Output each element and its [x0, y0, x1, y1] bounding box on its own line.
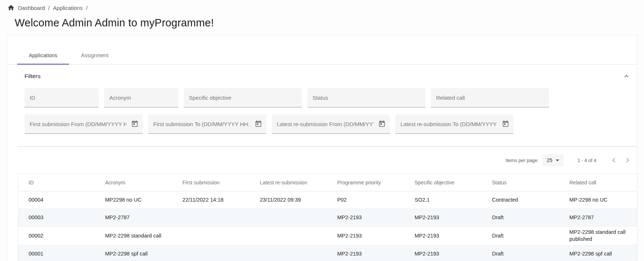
- calendar-icon[interactable]: [255, 120, 262, 128]
- cell-acronym: MP2298 no UC: [96, 191, 173, 209]
- column-header-specific-objective: Specific objective: [405, 174, 483, 191]
- cell-acronym: MP2-2298 standard call: [96, 227, 173, 245]
- page-header: Dashboard / Applications / Welcome Admin…: [0, 0, 644, 29]
- filter-placeholder: First submission From (DD/MM/YYYY H...: [30, 121, 127, 127]
- column-header-latest-re-submission: Latest re-submission: [250, 174, 328, 191]
- filter-input-first-submission-from[interactable]: First submission From (DD/MM/YYYY H...: [25, 114, 143, 134]
- cell-related-call: MP2-2298 spf call: [560, 245, 637, 261]
- column-header-status: Status: [483, 174, 560, 191]
- column-header-acronym: Acronym: [96, 174, 173, 191]
- calendar-icon[interactable]: [131, 120, 139, 128]
- tab-bar: Applications Assignment: [7, 35, 637, 65]
- content-card: Applications Assignment Filters IDAcrony…: [7, 35, 637, 261]
- table-row-00001[interactable]: 00001MP2-2298 spf callMP2-2193MP2-2193Dr…: [18, 245, 637, 261]
- cell-latest-re-submission: [250, 209, 328, 227]
- cell-id: 00001: [18, 245, 96, 261]
- cell-programme-priority: MP2-2193: [328, 209, 405, 227]
- cell-latest-re-submission: [250, 227, 328, 245]
- column-header-programme-priority: Programme priority: [328, 174, 405, 191]
- next-page-button[interactable]: [623, 156, 632, 165]
- cell-status: Contracted: [483, 191, 560, 209]
- slash-separator: /: [48, 5, 50, 11]
- cell-related-call: MP2-2787: [560, 209, 637, 227]
- filters-header: Filters: [25, 72, 630, 81]
- filter-input-specific-objective[interactable]: Specific objective: [184, 88, 302, 107]
- table-row-00002[interactable]: 00002MP2-2298 standard callMP2-2193MP2-2…: [18, 227, 637, 245]
- chevron-up-icon: [622, 72, 630, 80]
- calendar-icon[interactable]: [502, 120, 509, 128]
- filter-placeholder: Latest re-submission From (DD/MM/YYY...: [277, 121, 374, 127]
- calendar-icon[interactable]: [378, 120, 386, 128]
- paginator-range-label: 1 - 4 of 4: [578, 158, 596, 163]
- filter-row-text-fields: IDAcronymSpecific objectiveStatusRelated…: [25, 88, 637, 107]
- home-icon[interactable]: [7, 4, 15, 11]
- table-header-row: IDAcronymFirst submissionLatest re-submi…: [18, 174, 637, 191]
- filter-placeholder: Related call: [436, 95, 465, 101]
- page-size-select[interactable]: 25: [542, 154, 564, 166]
- filters-title: Filters: [25, 73, 41, 80]
- caret-down-icon: [556, 159, 559, 161]
- chevron-left-icon: [610, 156, 618, 165]
- filter-input-first-submission-to[interactable]: First submission To (DD/MM/YYYY HH:...: [148, 114, 266, 134]
- cell-specific-objective: MP2-2193: [405, 209, 483, 227]
- cell-acronym: MP2-2787: [96, 209, 173, 227]
- cell-status: Draft: [483, 227, 560, 245]
- cell-first-submission: [173, 209, 250, 227]
- filter-input-related-call[interactable]: Related call: [431, 88, 549, 107]
- filter-placeholder: Acronym: [109, 95, 131, 101]
- page-size-value: 25: [546, 157, 552, 163]
- cell-specific-objective: MP2-2193: [405, 227, 483, 245]
- table-row-00003[interactable]: 00003MP2-2787MP2-2193MP2-2193DraftMP2-27…: [18, 209, 637, 227]
- cell-specific-objective: SO2.1: [405, 191, 483, 209]
- filter-input-id[interactable]: ID: [25, 88, 99, 107]
- cell-id: 00002: [18, 227, 96, 245]
- cell-acronym: MP2-2298 spf call: [96, 245, 173, 261]
- filter-placeholder: First submission To (DD/MM/YYYY HH:...: [153, 121, 250, 127]
- column-header-first-submission: First submission: [173, 174, 250, 191]
- cell-first-submission: 22/11/2022 14:18: [173, 191, 250, 209]
- cell-programme-priority: MP2-2193: [328, 245, 405, 261]
- column-header-id: ID: [18, 174, 96, 191]
- collapse-filters-button[interactable]: [622, 72, 630, 80]
- filter-placeholder: Status: [312, 95, 328, 101]
- filter-input-latest-re-submission-to[interactable]: Latest re-submission To (DD/MM/YYYY ...: [395, 114, 513, 134]
- items-per-page-label: Items per page:: [505, 158, 538, 163]
- cell-related-call: MP-2298 no UC: [560, 191, 637, 209]
- filter-placeholder: ID: [30, 95, 35, 101]
- filter-placeholder: Latest re-submission To (DD/MM/YYYY ...: [400, 121, 497, 127]
- filter-input-latest-re-submission-from[interactable]: Latest re-submission From (DD/MM/YYY...: [272, 114, 390, 134]
- breadcrumb-link-applications[interactable]: Applications: [53, 5, 83, 11]
- applications-table: IDAcronymFirst submissionLatest re-submi…: [18, 174, 637, 261]
- breadcrumb-link-dashboard[interactable]: Dashboard: [18, 5, 45, 11]
- slash-separator: /: [86, 5, 87, 11]
- filter-row-date-fields: First submission From (DD/MM/YYYY H... F…: [25, 114, 637, 134]
- tab-applications[interactable]: Applications: [17, 47, 69, 64]
- cell-programme-priority: P02: [328, 191, 405, 209]
- cell-first-submission: [173, 245, 250, 261]
- chevron-right-icon: [623, 156, 632, 165]
- breadcrumb: Dashboard / Applications /: [7, 4, 644, 12]
- tab-assignment[interactable]: Assignment: [69, 47, 121, 64]
- cell-related-call: MP2-2298 standard call published: [560, 227, 637, 245]
- cell-first-submission: [173, 227, 250, 245]
- cell-id: 00004: [18, 191, 96, 209]
- filter-input-status[interactable]: Status: [307, 88, 425, 107]
- column-header-related-call: Related call: [560, 174, 637, 191]
- cell-latest-re-submission: 23/11/2022 09:39: [250, 191, 328, 209]
- cell-programme-priority: MP2-2193: [328, 227, 405, 245]
- cell-specific-objective: MP2-2193: [405, 245, 483, 261]
- table-row-00004[interactable]: 00004MP2298 no UC22/11/2022 14:1823/11/2…: [18, 191, 637, 209]
- cell-status: Draft: [483, 209, 560, 227]
- page-title: Welcome Admin Admin to myProgramme!: [15, 17, 644, 29]
- previous-page-button[interactable]: [610, 156, 618, 165]
- paginator: Items per page: 25 1 - 4 of 4: [7, 147, 637, 174]
- cell-latest-re-submission: [250, 245, 328, 261]
- filter-input-acronym[interactable]: Acronym: [104, 88, 178, 107]
- cell-status: Draft: [483, 245, 560, 261]
- cell-id: 00003: [18, 209, 96, 227]
- filter-placeholder: Specific objective: [189, 95, 231, 101]
